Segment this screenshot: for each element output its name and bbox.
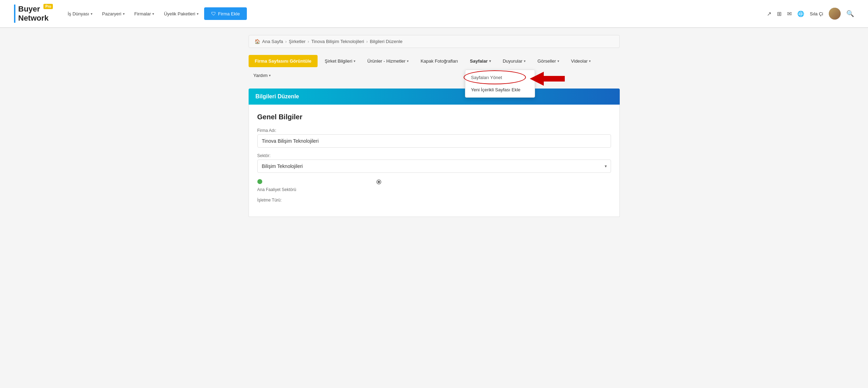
sayfalar-dropdown-menu: Sayfaları Yönet Yeni İçerikli Sayfası Ek…: [465, 70, 535, 98]
nav-item-is-dunyasi[interactable]: İş Dünyası ▾: [63, 8, 96, 19]
breadcrumb-home[interactable]: Ana Sayfa: [262, 39, 283, 44]
section-header: Bilgileri Düzenle: [249, 89, 620, 105]
chevron-down-icon: ▾: [91, 12, 92, 16]
user-name[interactable]: Sıla Çi: [810, 11, 823, 16]
sektor-select-wrapper: Bilişim Teknolojileri ▾: [257, 160, 611, 173]
main-nav: İş Dünyası ▾ Pazaryeri ▾ Firmalar ▾ Üyel…: [63, 7, 760, 20]
firma-adi-input[interactable]: [257, 134, 611, 148]
toolbar: Firma Sayfasını Görüntüle Şirket Bilgile…: [249, 55, 620, 82]
breadcrumb-sep-3: ›: [366, 39, 368, 44]
breadcrumb-companies[interactable]: Şirketler: [289, 39, 306, 44]
svg-marker-0: [530, 72, 565, 86]
chevron-down-icon: ▾: [524, 59, 526, 63]
sektor-group: Sektör: Bilişim Teknolojileri ▾: [257, 153, 611, 173]
firma-adi-group: Firma Adı:: [257, 128, 611, 148]
firma-sayfasini-goruntule-button[interactable]: Firma Sayfasını Görüntüle: [249, 55, 318, 67]
mail-icon[interactable]: ✉: [787, 10, 792, 17]
isletme-turu-group: İşletme Türü:: [257, 198, 611, 203]
duyurular-button[interactable]: Duyurular ▾: [498, 55, 530, 67]
chevron-down-icon: ▾: [269, 73, 271, 77]
breadcrumb-sep-1: ›: [285, 39, 287, 44]
chevron-down-icon: ▾: [589, 59, 591, 63]
gorseller-button[interactable]: Görseller ▾: [533, 55, 564, 67]
nav-item-uyelik-paketleri[interactable]: Üyelik Paketleri ▾: [160, 8, 203, 19]
sektor-label: Sektör:: [257, 153, 611, 158]
chevron-down-icon: ▾: [407, 59, 409, 63]
nav-item-pazaryeri[interactable]: Pazaryeri ▾: [98, 8, 129, 19]
urunler-hizmetler-button[interactable]: Ürünler - Hizmetler ▾: [362, 55, 414, 67]
avatar[interactable]: [829, 8, 841, 20]
logo[interactable]: Buyer Pro Network: [14, 5, 53, 23]
radio-dot-icon[interactable]: [376, 179, 381, 184]
search-icon[interactable]: 🔍: [846, 10, 854, 17]
radio-green-icon: [257, 179, 262, 184]
globe-icon[interactable]: 🌐: [797, 10, 804, 17]
nav-item-firmalar[interactable]: Firmalar ▾: [130, 8, 159, 19]
general-bilgiler-title: Genel Bilgiler: [257, 113, 611, 121]
external-link-icon[interactable]: ↗: [767, 10, 771, 17]
breadcrumb-company[interactable]: Tinova Bilişim Teknolojileri: [311, 39, 364, 44]
sektor-select[interactable]: Bilişim Teknolojileri: [257, 160, 611, 173]
breadcrumb: 🏠 Ana Sayfa › Şirketler › Tinova Bilişim…: [249, 35, 620, 48]
ana-faaliyet-label: Ana Faaliyet Sektörü: [257, 187, 611, 192]
main-content: 🏠 Ana Sayfa › Şirketler › Tinova Bilişim…: [242, 28, 627, 224]
yardim-button[interactable]: Yardım ▾: [249, 69, 276, 82]
grid-icon[interactable]: ⊞: [777, 10, 782, 17]
chevron-down-icon: ▾: [489, 59, 491, 63]
firma-ekle-button[interactable]: 🛡 Firma Ekle: [204, 7, 247, 20]
chevron-down-icon: ▾: [152, 12, 154, 16]
chevron-down-icon: ▾: [354, 59, 355, 63]
radio-dot-container: [376, 178, 381, 184]
firma-adi-label: Firma Adı:: [257, 128, 611, 133]
radio-row: [257, 178, 611, 184]
sirket-bilgileri-button[interactable]: Şirket Bilgileri ▾: [320, 55, 360, 67]
shield-icon: 🛡: [211, 11, 216, 16]
chevron-down-icon: ▾: [123, 12, 125, 16]
header-right: ↗ ⊞ ✉ 🌐 Sıla Çi 🔍: [767, 8, 854, 20]
chevron-down-icon: ▾: [557, 59, 559, 63]
ana-faaliyet-group: Ana Faaliyet Sektörü: [257, 187, 611, 192]
isletme-turu-label: İşletme Türü:: [257, 198, 611, 203]
breadcrumb-current: Bilgileri Düzenle: [370, 39, 402, 44]
kapak-fotograflari-button[interactable]: Kapak Fotoğrafları: [416, 55, 463, 67]
sayfalar-button[interactable]: Sayfalar ▾: [465, 55, 496, 67]
home-icon: 🏠: [255, 39, 260, 44]
sayfalar-yonet-item[interactable]: Sayfaları Yönet: [465, 71, 535, 84]
edit-section: Bilgileri Düzenle Genel Bilgiler Firma A…: [249, 89, 620, 217]
header: Buyer Pro Network İş Dünyası ▾ Pazaryeri…: [0, 0, 868, 28]
logo-text: Buyer Pro Network: [14, 5, 53, 23]
sayfalar-dropdown-container: Sayfalar ▾ Sayfaları Yönet Yeni İçerikli…: [465, 55, 496, 67]
yeni-icerikli-sayfasi-ekle-item[interactable]: Yeni İçerikli Sayfası Ekle: [465, 84, 535, 96]
breadcrumb-sep-2: ›: [308, 39, 309, 44]
form-section: Genel Bilgiler Firma Adı: Sektör: Bilişi…: [249, 105, 620, 217]
videolar-button[interactable]: Videolar ▾: [566, 55, 596, 67]
chevron-down-icon: ▾: [197, 12, 199, 16]
